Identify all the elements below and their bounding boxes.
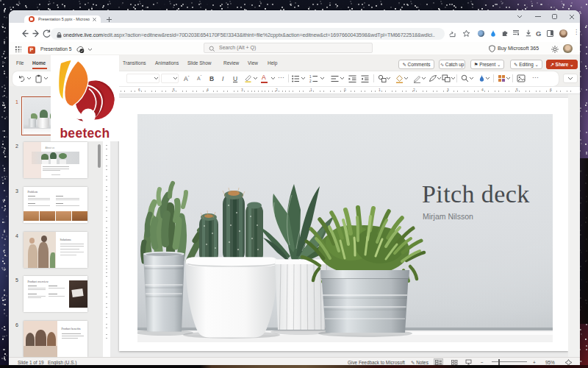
svg-text:2: 2 xyxy=(309,79,312,82)
svg-text:1: 1 xyxy=(309,75,312,79)
